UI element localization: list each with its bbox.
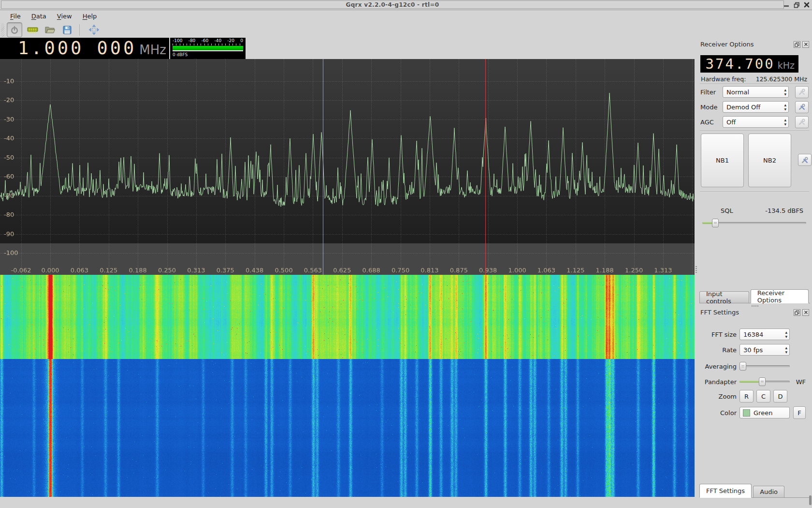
power-icon [10, 25, 19, 35]
mode-row: Mode Demod Off ▲▼ [700, 101, 809, 113]
frequency-value[interactable]: 1.000 000 [18, 38, 136, 59]
mode-value: Demod Off [726, 104, 760, 111]
pandapter-label: Pandapter [698, 378, 737, 386]
toolbar-drag-handle[interactable] [1, 23, 4, 37]
meter-tick: -100 [173, 38, 182, 43]
color-value: Green [754, 409, 772, 417]
open-button[interactable] [43, 23, 57, 37]
meter-level-bar [173, 46, 243, 50]
toolbar [0, 22, 812, 38]
color-label: Color [698, 409, 737, 417]
maximize-button[interactable] [793, 1, 800, 8]
tab-fft-settings[interactable]: FFT Settings [699, 484, 752, 498]
meter-tick: 0 [240, 38, 243, 43]
fft-size-value: 16384 [743, 331, 763, 338]
mode-label: Mode [700, 104, 723, 111]
menu-data[interactable]: Data [26, 12, 52, 21]
rate-combo[interactable]: 30 fps ▲▼ [740, 344, 790, 356]
float-dock-button[interactable] [794, 309, 800, 316]
zoom-r-label: R [744, 393, 749, 400]
nb2-button[interactable]: NB2 [748, 134, 791, 187]
waterfall-display[interactable] [0, 275, 695, 497]
hardware-freq-row: Hardware freq: 125.625300 MHz [701, 75, 807, 83]
color-combo[interactable]: Green [740, 407, 790, 418]
zoom-center-button[interactable]: C [756, 390, 770, 403]
pan-button[interactable] [87, 23, 101, 37]
minimize-icon [783, 2, 789, 8]
spinner-arrows-icon[interactable]: ▲▼ [785, 330, 787, 339]
title-stripes: Gqrx v2.2.0-4-g12c0 - rtl=0 [1, 0, 784, 9]
filter-combo[interactable]: Normal ▲▼ [723, 86, 789, 98]
close-button[interactable] [803, 1, 810, 8]
frequency-display[interactable]: 1.000 000 MHz [0, 38, 169, 59]
tab-label: Input controls [706, 290, 742, 305]
offset-frequency-display[interactable]: 374.700 kHz [700, 55, 798, 73]
meter-tick: -80 [188, 38, 196, 43]
zoom-demod-button[interactable]: D [773, 390, 787, 403]
filter-settings-button[interactable] [795, 86, 809, 98]
spinner-arrows-icon[interactable]: ▲▼ [784, 88, 786, 96]
fft-settings-title: FFT Settings [700, 309, 792, 316]
window-title: Gqrx v2.2.0-4-g12c0 - rtl=0 [346, 1, 439, 8]
frequency-row: 1.000 000 MHz -100 -80 -60 -40 -20 0 0 d… [0, 38, 812, 59]
fft-size-combo[interactable]: 16384 ▲▼ [740, 329, 790, 340]
nb1-button[interactable]: NB1 [701, 134, 744, 187]
spinner-arrows-icon[interactable]: ▲▼ [784, 103, 786, 111]
squelch-slider[interactable] [702, 219, 806, 227]
close-dock-button[interactable] [802, 41, 809, 48]
wf-label: WF [796, 378, 806, 386]
close-icon [804, 310, 808, 314]
minimize-button[interactable] [783, 1, 790, 8]
device-button[interactable] [25, 23, 40, 37]
tab-input-controls[interactable]: Input controls [699, 291, 749, 303]
meter-tick: -40 [214, 38, 221, 43]
meter-unit-label: 0 dBFS [173, 52, 243, 57]
spectrum-plot[interactable] [0, 59, 695, 275]
pandapter-row: Pandapter WF [698, 375, 809, 388]
mode-settings-button[interactable] [795, 101, 809, 113]
slider-handle[interactable] [712, 219, 719, 227]
freeze-button[interactable]: F [793, 406, 806, 419]
pan-arrows-icon [88, 24, 100, 35]
separator [700, 192, 809, 192]
power-button[interactable] [7, 22, 22, 37]
title-bar[interactable]: Gqrx v2.2.0-4-g12c0 - rtl=0 [0, 0, 812, 10]
tab-label: Audio [760, 488, 778, 495]
close-dock-button[interactable] [802, 309, 809, 316]
agc-combo[interactable]: Off ▲▼ [723, 116, 789, 128]
menu-help[interactable]: Help [77, 12, 102, 21]
scrollbar-nub[interactable] [809, 495, 812, 505]
menu-file[interactable]: File [5, 12, 26, 21]
fft-settings-dock-title: FFT Settings [700, 309, 809, 316]
filter-row: Filter Normal ▲▼ [700, 86, 809, 98]
tab-label: Receiver Options [757, 289, 802, 304]
slider-handle[interactable] [759, 377, 766, 386]
device-chip-icon [27, 25, 38, 35]
agc-settings-button[interactable] [795, 116, 809, 128]
hardware-freq-label: Hardware freq: [701, 75, 746, 83]
zoom-reset-button[interactable]: R [740, 390, 754, 403]
menu-view[interactable]: View [52, 12, 77, 21]
mode-combo[interactable]: Demod Off ▲▼ [723, 101, 789, 113]
float-icon [795, 310, 799, 315]
offset-frequency-value[interactable]: 374.700 [706, 55, 775, 73]
meter-tick: -60 [202, 38, 209, 43]
separator [700, 84, 809, 84]
float-dock-button[interactable] [794, 41, 800, 48]
zoom-row: Zoom R C D [698, 390, 809, 403]
dock-resize-grip[interactable] [752, 305, 759, 307]
pandapter-slider[interactable] [740, 377, 790, 386]
averaging-slider[interactable] [740, 362, 790, 371]
slider-handle[interactable] [740, 362, 746, 371]
tab-receiver-options[interactable]: Receiver Options [751, 289, 809, 303]
spinner-arrows-icon[interactable]: ▲▼ [784, 118, 786, 126]
tab-audio[interactable]: Audio [753, 486, 784, 497]
nb-settings-button[interactable] [798, 154, 812, 166]
spinner-arrows-icon[interactable]: ▲▼ [785, 345, 787, 354]
slider-groove[interactable] [740, 365, 790, 367]
save-button[interactable] [60, 23, 74, 37]
fft-size-row: FFT size 16384 ▲▼ [698, 328, 809, 341]
nb1-label: NB1 [716, 157, 729, 164]
panel-splitter[interactable] [695, 59, 698, 508]
rate-row: Rate 30 fps ▲▼ [698, 344, 809, 356]
